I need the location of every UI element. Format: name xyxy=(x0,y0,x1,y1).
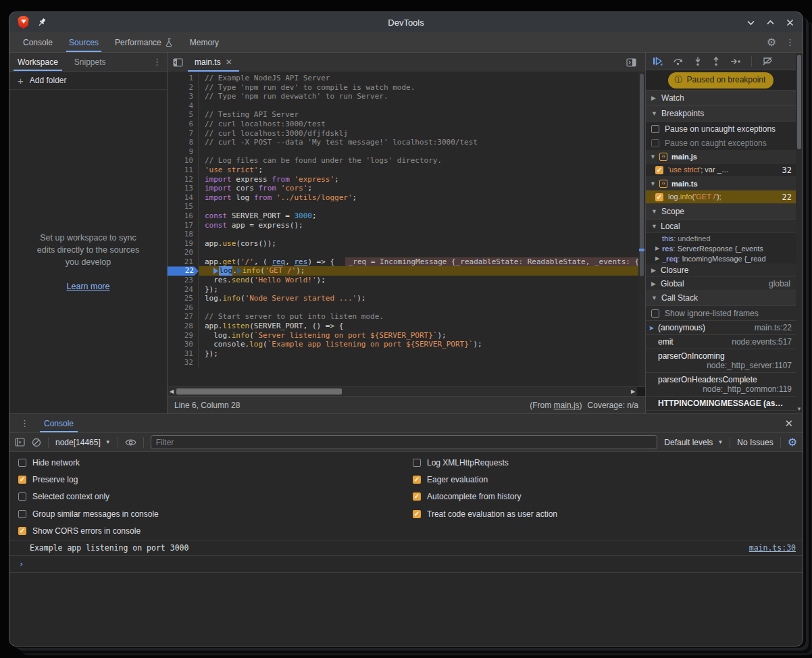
scroll-left-arrow[interactable]: ◀ xyxy=(168,387,176,396)
tab-workspace[interactable]: Workspace xyxy=(9,53,66,71)
line-number[interactable]: 3 xyxy=(168,92,199,101)
line-number[interactable]: 14 xyxy=(168,193,199,203)
step-button[interactable] xyxy=(730,58,741,65)
editor-horizontal-scrollbar[interactable]: ◀ ▶ xyxy=(168,386,645,396)
scrollbar-thumb[interactable] xyxy=(176,388,342,395)
scope-group-local[interactable]: ▼Local xyxy=(646,220,796,233)
add-folder-button[interactable]: + Add folder xyxy=(9,72,167,90)
show-ignore-listed-frames-row[interactable]: Show ignore-listed frames xyxy=(646,306,796,321)
breakpoint-file-group[interactable]: ▼‹›main.ts xyxy=(646,177,796,191)
line-number[interactable]: 2 xyxy=(168,83,199,93)
line-number[interactable]: 18 xyxy=(168,230,199,239)
line-number[interactable]: 16 xyxy=(168,211,199,221)
code-line[interactable]: 23 res.send('Hello World!'); xyxy=(168,276,645,285)
checkbox-unchecked[interactable] xyxy=(651,125,659,133)
line-number[interactable]: 19 xyxy=(168,239,199,249)
tab-performance[interactable]: Performance xyxy=(107,32,182,52)
breakpoint-item[interactable]: ✓'use strict'; var _…32 xyxy=(646,163,796,177)
line-number[interactable]: 10 xyxy=(168,156,199,166)
checkbox-checked[interactable]: ✓ xyxy=(413,510,421,518)
call-stack-frame[interactable]: emitnode:events:517 xyxy=(646,335,796,349)
code-line[interactable]: 7// curl localhost:3000/dfjfdsklj xyxy=(168,129,645,138)
code-line[interactable]: 1// Example NodeJS API Server xyxy=(168,74,645,83)
code-line[interactable]: 12import express from 'express'; xyxy=(168,175,645,184)
code-line[interactable]: 11'use strict'; xyxy=(168,166,645,175)
line-number[interactable]: 9 xyxy=(168,147,199,157)
code-line[interactable]: 29 log.info(`Server listening on port ${… xyxy=(168,331,645,340)
drawer-tab-console[interactable]: Console xyxy=(36,414,82,432)
scope-variable[interactable]: this: undefined xyxy=(646,233,796,243)
code-line[interactable]: 6// curl localhost:3000/test xyxy=(168,120,645,129)
console-setting-row[interactable]: Hide network xyxy=(18,454,404,471)
console-setting-row[interactable]: Group similar messages in console xyxy=(18,505,404,522)
console-prompt[interactable]: › xyxy=(9,556,803,573)
resume-button[interactable] xyxy=(653,57,663,66)
line-number[interactable]: 1 xyxy=(168,74,199,83)
call-stack-frame[interactable]: parserOnHeadersCompletenode:_http_common… xyxy=(646,373,796,397)
console-setting-row[interactable]: ✓Preserve log xyxy=(18,471,404,488)
code-line[interactable]: 30 console.log(`Example app listening on… xyxy=(168,340,645,349)
tab-snippets[interactable]: Snippets xyxy=(66,53,114,71)
line-number[interactable]: 26 xyxy=(168,303,199,313)
console-setting-row[interactable]: ✓Autocomplete from history xyxy=(413,488,803,505)
breakpoints-section-header[interactable]: ▼ Breakpoints xyxy=(646,106,796,122)
line-number[interactable]: 20 xyxy=(168,248,199,257)
scroll-right-arrow[interactable]: ▶ xyxy=(629,387,637,396)
code-editor[interactable]: 1// Example NodeJS API Server2// Type 'n… xyxy=(168,72,645,386)
code-line[interactable]: 32 xyxy=(168,358,645,368)
console-setting-row[interactable]: ✓Treat code evaluation as user action xyxy=(413,505,803,522)
scope-section-header[interactable]: ▼ Scope xyxy=(646,204,796,220)
close-drawer-icon[interactable]: ✕ xyxy=(784,417,798,430)
line-number[interactable]: 21 xyxy=(168,257,199,267)
pause-caught-exceptions-row[interactable]: Pause on caught exceptions xyxy=(646,136,796,150)
code-line[interactable]: 25log.info('Node Server started ...'); xyxy=(168,294,645,303)
line-number[interactable]: 28 xyxy=(168,322,199,331)
line-number[interactable]: 30 xyxy=(168,340,199,349)
code-line[interactable]: 24}); xyxy=(168,285,645,295)
call-stack-frame[interactable]: HTTPINCOMINGMESSAGE (as… xyxy=(646,397,796,411)
execution-line-marker[interactable]: 22 xyxy=(168,266,199,276)
line-number[interactable]: 6 xyxy=(168,120,199,129)
line-number[interactable]: 25 xyxy=(168,294,199,303)
line-number[interactable]: 29 xyxy=(168,331,199,340)
scope-group-global[interactable]: ▶Globalglobal xyxy=(646,277,796,290)
file-tab-main-ts[interactable]: main.ts ✕ xyxy=(188,53,239,72)
minimize-button[interactable] xyxy=(746,18,755,27)
code-line[interactable]: 21app.get('/', ( req, res) => { _req = I… xyxy=(168,257,645,267)
console-setting-row[interactable]: ✓Eager evaluation xyxy=(413,471,803,488)
tab-console[interactable]: Console xyxy=(15,32,61,52)
collapse-sidebar-icon[interactable] xyxy=(168,53,188,72)
step-over-button[interactable] xyxy=(673,57,684,66)
line-number[interactable]: 11 xyxy=(168,166,199,175)
line-number[interactable]: 7 xyxy=(168,129,199,138)
step-into-button[interactable] xyxy=(694,57,702,66)
code-line[interactable]: 8// curl -X POST --data 'My test message… xyxy=(168,138,645,147)
console-setting-row[interactable]: Selected context only xyxy=(18,488,404,505)
call-stack-frame[interactable]: ➤(anonymous)main.ts:22 xyxy=(646,321,796,335)
code-line[interactable]: 13import cors from 'cors'; xyxy=(168,184,645,193)
clear-console-icon[interactable] xyxy=(32,438,41,447)
console-setting-row[interactable]: Log XMLHttpRequests xyxy=(413,454,803,471)
line-number[interactable]: 23 xyxy=(168,276,199,285)
breakpoint-item[interactable]: ✓log.info('GET /');22 xyxy=(646,191,796,204)
issues-counter[interactable]: No Issues xyxy=(737,438,773,447)
scroll-down-arrow[interactable]: ▼ xyxy=(796,406,803,412)
line-number[interactable]: 4 xyxy=(168,101,199,111)
pin-icon[interactable] xyxy=(37,18,47,27)
from-file-link[interactable]: main.js xyxy=(554,401,580,410)
code-line[interactable]: 17const app = express(); xyxy=(168,221,645,230)
step-out-button[interactable] xyxy=(712,57,720,66)
line-number[interactable]: 5 xyxy=(168,110,199,120)
code-line[interactable]: 18 xyxy=(168,230,645,239)
code-line[interactable]: 22 log.info('GET /'); xyxy=(168,266,645,276)
line-number[interactable]: 24 xyxy=(168,285,199,295)
code-line[interactable]: 31}); xyxy=(168,349,645,359)
sidebar-more-icon[interactable]: ⋮ xyxy=(153,57,161,66)
line-number[interactable]: 12 xyxy=(168,175,199,184)
code-line[interactable]: 20 xyxy=(168,248,645,257)
learn-more-link[interactable]: Learn more xyxy=(9,282,167,291)
checkbox-unchecked[interactable] xyxy=(18,492,26,501)
checkbox-unchecked[interactable] xyxy=(18,459,26,467)
scope-group-closure[interactable]: ▶Closure xyxy=(646,263,796,277)
close-tab-icon[interactable]: ✕ xyxy=(226,57,232,67)
